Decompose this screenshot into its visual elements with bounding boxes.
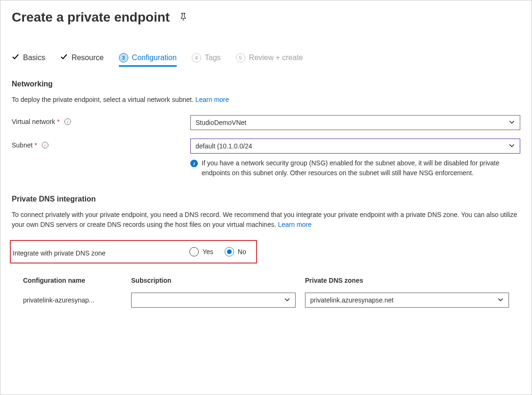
vnet-label: Virtual network * i — [12, 115, 190, 125]
dns-zone-select[interactable]: privatelink.azuresynapse.net — [305, 293, 509, 308]
dns-zone-value: privatelink.azuresynapse.net — [310, 296, 393, 304]
col-dns-zones: Private DNS zones — [305, 277, 509, 293]
tab-label: Resource — [71, 54, 103, 62]
subnet-select[interactable]: default (10.1.0.0/24 — [190, 139, 520, 154]
info-icon[interactable]: i — [42, 142, 48, 148]
tab-configuration[interactable]: 3 Configuration — [119, 53, 177, 67]
tab-label: Tags — [205, 54, 221, 62]
chevron-down-icon — [509, 142, 515, 150]
chevron-down-icon — [284, 296, 290, 304]
vnet-value: StudioDemoVNet — [196, 119, 246, 126]
step-number: 3 — [119, 53, 128, 62]
dns-table: Configuration name privatelink-azuresyna… — [12, 277, 520, 308]
subnet-value: default (10.1.0.0/24 — [196, 142, 252, 150]
tab-review-create[interactable]: 5 Review + create — [236, 53, 303, 67]
radio-no[interactable]: No — [225, 247, 246, 256]
vnet-select[interactable]: StudioDemoVNet — [190, 115, 520, 130]
vnet-row: Virtual network * i StudioDemoVNet — [12, 115, 520, 130]
radio-icon — [189, 247, 199, 256]
col-subscription: Subscription — [131, 277, 305, 293]
subscription-select[interactable] — [131, 293, 296, 308]
title-row: Create a private endpoint — [12, 10, 520, 25]
info-icon: i — [190, 160, 198, 167]
pin-icon[interactable] — [179, 13, 188, 23]
networking-description: To deploy the private endpoint, select a… — [12, 95, 520, 105]
page-container: Create a private endpoint Basics Resourc… — [0, 0, 532, 395]
learn-more-link[interactable]: Learn more — [278, 221, 312, 228]
nsg-note: i If you have a network security group (… — [190, 158, 520, 178]
networking-heading: Networking — [12, 80, 520, 88]
chevron-down-icon — [497, 296, 504, 304]
page-title: Create a private endpoint — [12, 10, 170, 25]
required-asterisk: * — [57, 118, 59, 125]
check-icon — [12, 53, 19, 62]
integrate-radio-group: Yes No — [189, 247, 246, 256]
integrate-label: Integrate with private DNS zone — [11, 247, 189, 257]
tab-label: Basics — [23, 54, 45, 62]
info-icon[interactable]: i — [64, 118, 71, 125]
dns-description: To connect privately with your private e… — [12, 210, 520, 230]
tab-label: Configuration — [132, 54, 177, 62]
chevron-down-icon — [509, 119, 515, 127]
tab-resource[interactable]: Resource — [60, 53, 103, 67]
subnet-label: Subnet * i — [12, 139, 190, 149]
config-name-cell: privatelink-azuresynap... — [23, 293, 131, 308]
tab-basics[interactable]: Basics — [12, 53, 45, 67]
integrate-dns-row: Integrate with private DNS zone Yes No — [10, 240, 257, 263]
step-number: 4 — [192, 53, 201, 62]
tab-tags[interactable]: 4 Tags — [192, 53, 221, 67]
col-config-name: Configuration name — [23, 277, 131, 293]
step-number: 5 — [236, 53, 245, 62]
tab-label: Review + create — [249, 54, 303, 62]
wizard-tabs: Basics Resource 3 Configuration 4 Tags 5… — [12, 53, 520, 67]
radio-icon — [225, 247, 234, 256]
required-asterisk: * — [34, 141, 37, 149]
subnet-row: Subnet * i default (10.1.0.0/24 i If you… — [12, 139, 520, 178]
radio-yes[interactable]: Yes — [189, 247, 213, 256]
check-icon — [60, 53, 68, 62]
learn-more-link[interactable]: Learn more — [196, 96, 229, 103]
dns-heading: Private DNS integration — [12, 195, 520, 203]
